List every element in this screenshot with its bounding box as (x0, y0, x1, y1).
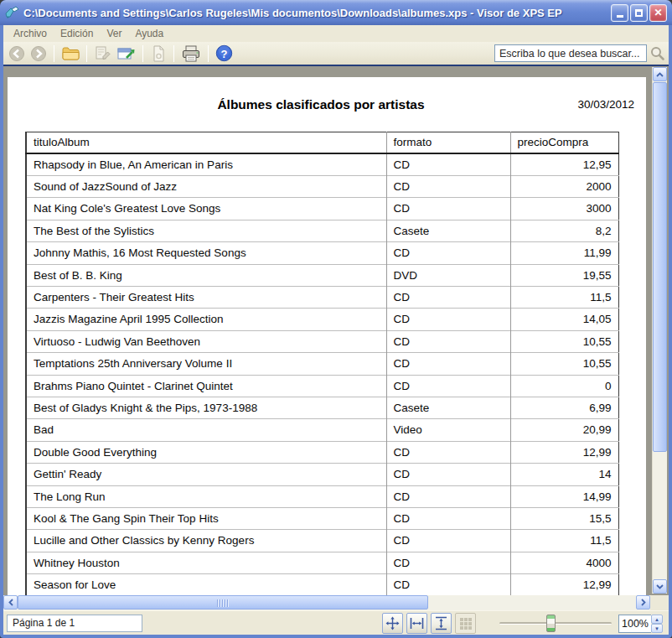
thumbnails-icon (459, 617, 473, 630)
format-cell: Casete (386, 220, 510, 241)
fit-page-icon (385, 616, 400, 630)
format-cell: CD (386, 175, 510, 197)
table-row: Best of Gladys Knight & the Pips, 1973-1… (26, 397, 618, 418)
permissions-button[interactable] (92, 44, 113, 64)
album-title-cell: Best of B. B. King (26, 264, 386, 286)
zoom-decrease-button[interactable]: ▼ (651, 624, 663, 633)
album-title-cell: Double Good Everything (26, 441, 386, 463)
album-table-body: Rhapsody in Blue, An American in ParisCD… (26, 153, 618, 596)
album-title-cell: The Long Run (26, 485, 386, 507)
scroll-up-button[interactable] (653, 67, 667, 81)
menu-archivo[interactable]: Archivo (7, 26, 54, 41)
thumbnails-button[interactable] (455, 613, 476, 634)
format-cell: Casete (386, 397, 510, 418)
header-precio-compra: precioCompra (510, 132, 618, 153)
format-cell: CD (386, 574, 510, 595)
scroll-left-button[interactable] (3, 595, 18, 609)
table-row: Best of B. B. KingDVD19,55 (26, 264, 618, 286)
fit-height-button[interactable] (431, 613, 452, 634)
price-cell: 2000 (510, 175, 618, 197)
thumb-grip (217, 599, 229, 607)
table-row: BadVideo20,99 (26, 419, 618, 441)
forward-button[interactable] (28, 44, 49, 64)
help-icon: ? (215, 44, 233, 62)
album-title-cell: Brahms Piano Quintet - Clarinet Quintet (26, 375, 386, 397)
price-cell: 10,55 (510, 330, 618, 352)
open-new-window-icon (116, 45, 136, 62)
help-button[interactable]: ? (214, 44, 235, 64)
album-title-cell: Temptations 25th Anniversary Volume II (26, 353, 386, 375)
close-button[interactable]: ✕ (649, 4, 667, 22)
album-title-cell: Rhapsody in Blue, An American in Paris (26, 153, 386, 176)
back-button[interactable] (7, 44, 27, 64)
album-title-cell: Virtuoso - Ludwig Van Beethoven (26, 330, 386, 352)
table-row: Gettin' ReadyCD14 (26, 464, 618, 485)
fit-width-icon (410, 616, 424, 630)
album-title-cell: Nat King Cole's Greatest Love Songs (26, 198, 386, 220)
horizontal-scrollbar-band (3, 595, 669, 610)
scroll-right-button[interactable] (636, 595, 650, 609)
search-icon (649, 45, 665, 61)
format-cell: CD (386, 375, 510, 397)
scroll-down-button[interactable] (653, 579, 667, 594)
fit-page-button[interactable] (382, 613, 403, 634)
price-cell: 6,99 (510, 397, 618, 418)
album-title-cell: Bad (26, 419, 386, 441)
table-row: Temptations 25th Anniversary Volume IICD… (26, 353, 618, 375)
table-row: Brahms Piano Quintet - Clarinet QuintetC… (26, 375, 618, 397)
xps-viewer-window: C:\Documents and Settings\Carlos Rugeles… (0, 0, 672, 638)
menu-ver[interactable]: Ver (100, 26, 128, 41)
maximize-button[interactable] (630, 4, 648, 22)
toolbar-separator (208, 45, 209, 62)
album-title-cell: Best of Gladys Knight & the Pips, 1973-1… (26, 397, 386, 418)
price-cell: 8,2 (510, 220, 618, 241)
table-row: Johnny Mathis, 16 Most Requested SongsCD… (26, 242, 618, 264)
chevron-up-icon (656, 72, 664, 77)
zoom-level-input[interactable] (618, 615, 651, 633)
close-icon: ✕ (654, 7, 662, 18)
table-row: Rhapsody in Blue, An American in ParisCD… (26, 153, 618, 176)
format-cell: CD (386, 485, 510, 507)
format-cell: CD (386, 353, 510, 375)
titlebar: C:\Documents and Settings\Carlos Rugeles… (0, 0, 672, 25)
document-title: Álbumes clasificados por artistas (8, 97, 634, 112)
price-cell: 14 (510, 464, 618, 485)
table-row: Whitney HoustonCD4000 (26, 552, 618, 573)
album-title-cell: Season for Love (26, 574, 386, 595)
window-title: C:\Documents and Settings\Carlos Rugeles… (23, 7, 607, 19)
menu-ayuda[interactable]: Ayuda (128, 26, 170, 41)
header-titulo-album: tituloAlbum (26, 132, 386, 153)
format-cell: CD (386, 464, 510, 485)
folder-icon (61, 46, 80, 61)
price-cell: 11,5 (510, 530, 618, 552)
document-properties-button[interactable] (148, 44, 168, 64)
price-cell: 0 (510, 375, 618, 397)
price-cell: 4000 (510, 552, 618, 573)
table-row: Double Good EverythingCD12,99 (26, 441, 618, 463)
table-row: Kool & The Gang Spin Their Top HitsCD15,… (26, 508, 618, 530)
search-input[interactable] (494, 44, 647, 62)
format-cell: CD (386, 153, 510, 176)
zoom-slider-thumb[interactable] (546, 615, 556, 632)
zoom-increase-button[interactable]: ▲ (651, 615, 663, 624)
print-button[interactable] (179, 44, 203, 64)
zoom-slider[interactable] (499, 615, 612, 632)
vertical-scrollbar[interactable] (652, 67, 667, 594)
price-cell: 15,5 (510, 508, 618, 530)
toolbar-separator (173, 45, 174, 62)
format-cell: CD (386, 552, 510, 573)
minimize-button[interactable] (611, 4, 628, 22)
horizontal-scroll-thumb[interactable] (18, 595, 428, 609)
menu-edicion[interactable]: Edición (54, 26, 100, 41)
forward-icon (30, 45, 47, 62)
table-row: Season for LoveCD12,99 (26, 574, 618, 595)
save-copy-button[interactable] (59, 44, 81, 64)
open-new-window-button[interactable] (115, 44, 137, 64)
zoom-slider-track[interactable] (499, 622, 612, 625)
horizontal-scrollbar[interactable] (3, 595, 650, 610)
fit-width-button[interactable] (406, 613, 427, 634)
table-row: Virtuoso - Ludwig Van BeethovenCD10,55 (26, 330, 618, 352)
page-indicator: Página 1 de 1 (7, 615, 142, 632)
vertical-scroll-thumb[interactable] (653, 82, 667, 452)
album-title-cell: The Best of the Sylistics (26, 220, 386, 241)
